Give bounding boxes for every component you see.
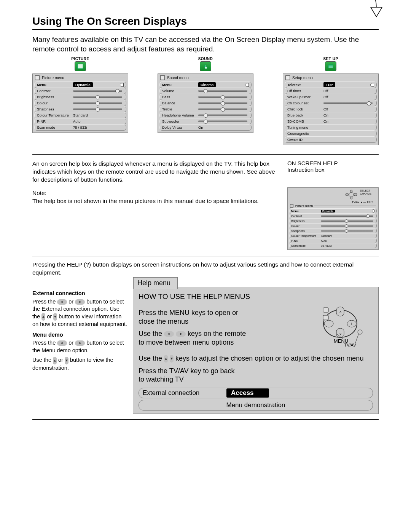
slider-thumb[interactable] [221, 101, 225, 105]
osd-row-label: Brightness [291, 219, 321, 223]
svg-rect-5 [350, 190, 352, 192]
help-menu-panel: Help menu HOW TO USE THE HELP MENUS Pres… [133, 287, 379, 414]
osd-row[interactable]: Owner ID [285, 136, 377, 143]
osd-row[interactable]: Treble [159, 106, 252, 112]
slider-thumb[interactable] [204, 120, 208, 124]
osd-row[interactable]: Scan mode75 / 833i [34, 124, 126, 131]
osd-row-label: Menu [162, 83, 198, 87]
osd-row-label: Child lock [287, 107, 323, 111]
slider-track[interactable] [198, 96, 247, 98]
left-key-icon [57, 299, 67, 305]
osd-row[interactable]: Geomagnetic [285, 130, 377, 137]
osd-row[interactable]: P-NRAuto [34, 118, 126, 125]
slider-track[interactable] [73, 108, 122, 110]
slider-thumb[interactable] [96, 101, 100, 105]
osd-row-value: Off [323, 95, 374, 99]
osd-row[interactable]: Sharpness [34, 106, 126, 112]
osd-row[interactable]: Subwoofer [159, 118, 252, 125]
osd-row-label: Volume [162, 89, 198, 93]
osd-row[interactable]: MenuDynamic [289, 208, 377, 214]
osd-row[interactable]: Tuning menu [285, 124, 377, 131]
slider-thumb[interactable] [221, 107, 225, 112]
osd-row[interactable]: Contrast [34, 88, 126, 94]
osd-row[interactable]: P-NRAuto [289, 238, 377, 243]
slider-thumb[interactable] [345, 224, 348, 228]
osd-row[interactable]: Sharpness [289, 228, 377, 233]
osd-row-value: Standard [321, 234, 332, 238]
help-menu-row-external[interactable]: External connection Access [139, 388, 373, 398]
slider-track[interactable] [321, 220, 373, 222]
setup-osd-title: Setup menu [283, 74, 378, 81]
slider-track[interactable] [198, 120, 247, 122]
slider-thumb[interactable] [366, 214, 370, 218]
row-endcap-icon [120, 83, 124, 87]
osd-row[interactable]: Scan mode75 / 833i [289, 243, 377, 248]
osd-row[interactable]: Colour [289, 223, 377, 228]
osd-row[interactable]: Headphone Volume [159, 112, 252, 118]
svg-line-21 [355, 334, 358, 343]
menu-demo-text1: Press the or button to select the Menu d… [32, 339, 127, 354]
slider-thumb[interactable] [345, 219, 348, 223]
slider-thumb[interactable] [367, 101, 371, 105]
arrow-icon [355, 0, 390, 24]
slider-track[interactable] [73, 90, 122, 92]
osd-row-label: Scan mode [291, 244, 321, 248]
osd-row[interactable]: Child lockOff [285, 106, 377, 112]
slider-track[interactable] [321, 225, 373, 227]
osd-row-value-badge: Dynamic [321, 210, 335, 212]
osd-row[interactable]: Colour [34, 100, 126, 106]
osd-row[interactable]: Brightness [289, 218, 377, 224]
menu-demo-text2: Use the or button to view the demonstrat… [32, 356, 127, 372]
osd-row[interactable]: Colour TemperatureStandard [289, 233, 377, 238]
row-endcap-icon [245, 83, 249, 87]
slider-thumb[interactable] [345, 229, 348, 233]
right-key-icon [75, 299, 85, 305]
slider-track[interactable] [198, 102, 247, 104]
slider-track[interactable] [323, 102, 373, 104]
osd-row[interactable]: Wake up timerOff [285, 94, 377, 100]
slider-track[interactable] [198, 108, 247, 110]
osd-row[interactable]: 3D-COMBOn [285, 118, 377, 125]
osd-row-label: Menu [291, 209, 321, 213]
slider-thumb[interactable] [221, 95, 225, 99]
slider-track[interactable] [198, 114, 247, 116]
osd-row[interactable]: Ch colour set [285, 100, 377, 106]
osd-row[interactable]: MenuDynamic [34, 81, 126, 88]
setup-header: SET UP [283, 57, 379, 61]
osd-row[interactable]: TeletextTOP [285, 81, 377, 88]
slider-track[interactable] [198, 90, 247, 92]
osd-row[interactable]: MenuCinema [159, 81, 252, 88]
osd-row[interactable]: Balance [159, 100, 252, 106]
osd-row[interactable]: Volume [159, 88, 252, 94]
osd-row-label: Ch colour set [287, 101, 323, 105]
slider-thumb[interactable] [115, 89, 119, 93]
svg-rect-1 [328, 65, 333, 66]
slider-thumb[interactable] [204, 113, 208, 118]
slider-track[interactable] [73, 96, 122, 98]
slider-track[interactable] [321, 230, 373, 232]
access-pill: Access [226, 388, 269, 398]
slider-thumb[interactable] [96, 95, 100, 99]
svg-rect-10 [323, 308, 328, 312]
slider-thumb[interactable] [204, 89, 208, 93]
osd-row[interactable]: Bass [159, 94, 252, 100]
help-menu-row-demo[interactable]: Menu demonstration [139, 400, 373, 411]
slider-track[interactable] [321, 215, 373, 217]
osd-row-label: Sharpness [291, 229, 321, 233]
osd-row[interactable]: Contrast [289, 213, 377, 219]
slider-thumb[interactable] [96, 107, 100, 112]
osd-row[interactable]: Colour TemperatureStandard [34, 112, 126, 118]
mini-change-label: CHANGE [360, 192, 377, 195]
help-menu-p3: Use the keys to adjust the chosen option… [139, 354, 373, 363]
osd-row[interactable]: Blue backOn [285, 112, 377, 118]
osd-row[interactable]: Dolby VirtualOn [159, 124, 252, 131]
svg-rect-2 [328, 66, 333, 67]
slider-track[interactable] [73, 102, 122, 104]
osd-row[interactable]: Off timerOff [285, 88, 377, 94]
right-key-icon [176, 331, 186, 337]
osd-row[interactable]: Brightness [34, 94, 126, 100]
svg-text:−: − [328, 321, 330, 326]
help-note: The help box is not shown in the menu pi… [32, 197, 279, 205]
mini-title-icon [290, 204, 293, 208]
svg-point-4 [349, 192, 354, 197]
